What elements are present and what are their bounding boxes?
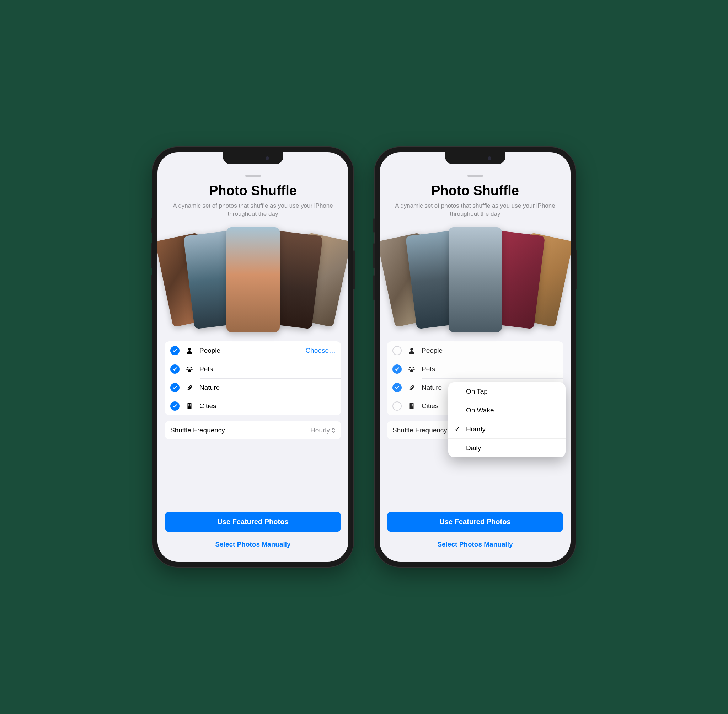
svg-point-0 [188, 348, 190, 351]
category-row-cities[interactable]: Cities [165, 397, 341, 416]
frequency-option-on-wake[interactable]: On Wake [448, 401, 566, 420]
photo-fan-preview [161, 225, 345, 335]
person-icon [407, 347, 416, 354]
select-photos-manually-button[interactable]: Select Photos Manually [165, 537, 341, 552]
svg-point-16 [409, 369, 410, 370]
photo-fan-preview [383, 225, 567, 335]
svg-point-5 [188, 369, 191, 372]
person-icon [185, 347, 194, 354]
svg-rect-9 [189, 405, 189, 406]
phone-left: Photo Shuffle A dynamic set of photos th… [153, 147, 354, 567]
svg-rect-10 [190, 405, 190, 406]
sheet-grabber[interactable] [245, 175, 261, 177]
svg-rect-12 [190, 407, 190, 408]
svg-rect-19 [410, 403, 414, 409]
sheet-grabber[interactable] [467, 175, 483, 177]
svg-point-13 [410, 348, 413, 351]
paw-icon [407, 365, 416, 373]
category-row-people[interactable]: People Choose… [165, 341, 341, 360]
category-list: People Choose… Pets Nature Cities [165, 341, 341, 416]
svg-point-14 [409, 367, 410, 368]
svg-point-18 [410, 369, 413, 372]
category-label: Cities [199, 402, 336, 410]
svg-point-1 [187, 367, 189, 368]
category-label: People [422, 347, 558, 354]
frequency-value: Hourly [310, 426, 336, 434]
svg-rect-25 [412, 407, 413, 408]
use-featured-photos-button[interactable]: Use Featured Photos [165, 512, 341, 532]
checkmark-icon[interactable] [392, 383, 402, 392]
leaf-icon [185, 384, 194, 392]
svg-rect-20 [410, 404, 411, 405]
checkmark-icon[interactable] [392, 402, 402, 411]
shuffle-frequency-row[interactable]: Shuffle Frequency Hourly [165, 421, 341, 440]
paw-icon [185, 365, 194, 373]
frequency-label: Shuffle Frequency [170, 426, 225, 434]
frequency-label: Shuffle Frequency [392, 426, 447, 434]
select-photos-manually-button[interactable]: Select Photos Manually [387, 537, 563, 552]
category-row-people[interactable]: People [387, 341, 563, 360]
page-subtitle: A dynamic set of photos that shuffle as … [387, 202, 563, 218]
category-label: Pets [199, 365, 336, 373]
updown-icon [331, 427, 336, 434]
phone-right: Photo Shuffle A dynamic set of photos th… [374, 147, 575, 567]
category-label: People [199, 347, 300, 354]
svg-rect-21 [412, 404, 413, 405]
svg-rect-8 [190, 404, 190, 405]
leaf-icon [407, 384, 416, 392]
checkmark-icon[interactable] [392, 364, 402, 374]
frequency-option-on-tap[interactable]: On Tap [448, 382, 566, 401]
svg-point-3 [186, 369, 188, 370]
notch [223, 152, 283, 164]
checkmark-icon[interactable] [170, 346, 180, 355]
frequency-option-hourly[interactable]: Hourly [448, 420, 566, 439]
building-icon [407, 402, 416, 410]
choose-button[interactable]: Choose… [306, 347, 336, 354]
checkmark-icon[interactable] [170, 402, 180, 411]
svg-rect-22 [410, 405, 411, 406]
svg-rect-11 [189, 407, 189, 408]
screen-right: Photo Shuffle A dynamic set of photos th… [380, 152, 571, 562]
category-label: Pets [422, 365, 558, 373]
page-subtitle: A dynamic set of photos that shuffle as … [165, 202, 341, 218]
svg-point-15 [413, 367, 414, 368]
category-row-nature[interactable]: Nature [165, 378, 341, 397]
category-row-pets[interactable]: Pets [387, 360, 563, 378]
building-icon [185, 402, 194, 410]
checkmark-icon[interactable] [170, 383, 180, 392]
checkmark-icon[interactable] [170, 364, 180, 374]
notch [445, 152, 505, 164]
svg-rect-23 [412, 405, 413, 406]
page-title: Photo Shuffle [387, 183, 563, 198]
category-row-pets[interactable]: Pets [165, 360, 341, 378]
use-featured-photos-button[interactable]: Use Featured Photos [387, 512, 563, 532]
frequency-menu: On Tap On Wake Hourly Daily [448, 382, 566, 457]
category-label: Nature [199, 384, 336, 392]
svg-point-17 [413, 369, 415, 370]
svg-point-4 [191, 369, 193, 370]
svg-rect-7 [189, 404, 189, 405]
svg-rect-6 [188, 403, 192, 409]
page-title: Photo Shuffle [165, 183, 341, 198]
svg-rect-24 [410, 407, 411, 408]
svg-point-2 [190, 367, 192, 368]
frequency-option-daily[interactable]: Daily [448, 439, 566, 457]
checkmark-icon[interactable] [392, 346, 402, 355]
screen-left: Photo Shuffle A dynamic set of photos th… [157, 152, 348, 562]
